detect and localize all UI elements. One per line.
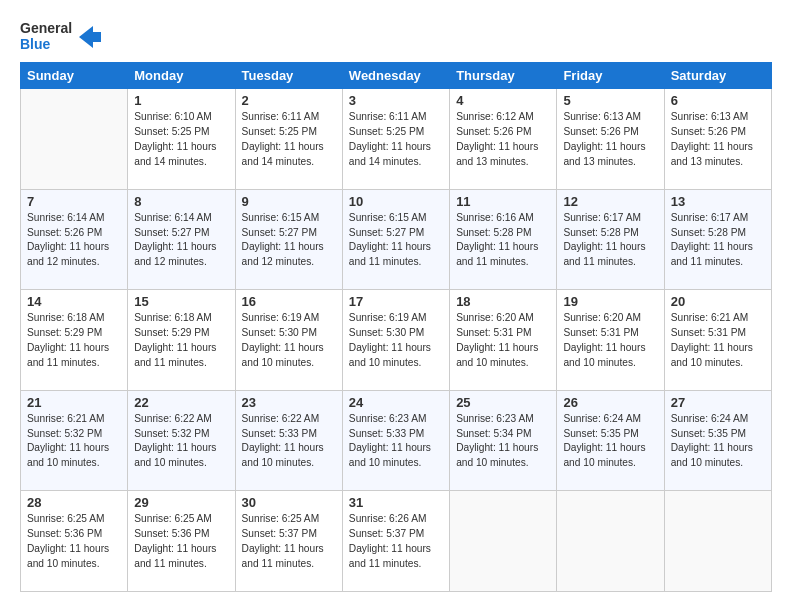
calendar-cell: 18Sunrise: 6:20 AMSunset: 5:31 PMDayligh… xyxy=(450,290,557,391)
day-number: 12 xyxy=(563,194,657,209)
calendar-cell: 9Sunrise: 6:15 AMSunset: 5:27 PMDaylight… xyxy=(235,189,342,290)
day-number: 30 xyxy=(242,495,336,510)
calendar-cell: 24Sunrise: 6:23 AMSunset: 5:33 PMDayligh… xyxy=(342,390,449,491)
day-info: Sunrise: 6:13 AMSunset: 5:26 PMDaylight:… xyxy=(671,110,765,169)
day-number: 16 xyxy=(242,294,336,309)
weekday-header-wednesday: Wednesday xyxy=(342,63,449,89)
day-number: 11 xyxy=(456,194,550,209)
calendar-cell: 28Sunrise: 6:25 AMSunset: 5:36 PMDayligh… xyxy=(21,491,128,592)
day-info: Sunrise: 6:14 AMSunset: 5:27 PMDaylight:… xyxy=(134,211,228,270)
day-info: Sunrise: 6:23 AMSunset: 5:33 PMDaylight:… xyxy=(349,412,443,471)
calendar-cell: 1Sunrise: 6:10 AMSunset: 5:25 PMDaylight… xyxy=(128,89,235,190)
day-number: 26 xyxy=(563,395,657,410)
weekday-header-sunday: Sunday xyxy=(21,63,128,89)
day-info: Sunrise: 6:24 AMSunset: 5:35 PMDaylight:… xyxy=(563,412,657,471)
day-number: 18 xyxy=(456,294,550,309)
day-number: 25 xyxy=(456,395,550,410)
day-info: Sunrise: 6:17 AMSunset: 5:28 PMDaylight:… xyxy=(563,211,657,270)
day-number: 21 xyxy=(27,395,121,410)
day-info: Sunrise: 6:17 AMSunset: 5:28 PMDaylight:… xyxy=(671,211,765,270)
calendar-cell: 6Sunrise: 6:13 AMSunset: 5:26 PMDaylight… xyxy=(664,89,771,190)
day-info: Sunrise: 6:21 AMSunset: 5:32 PMDaylight:… xyxy=(27,412,121,471)
day-info: Sunrise: 6:25 AMSunset: 5:36 PMDaylight:… xyxy=(134,512,228,571)
calendar-cell: 8Sunrise: 6:14 AMSunset: 5:27 PMDaylight… xyxy=(128,189,235,290)
day-info: Sunrise: 6:11 AMSunset: 5:25 PMDaylight:… xyxy=(349,110,443,169)
day-info: Sunrise: 6:26 AMSunset: 5:37 PMDaylight:… xyxy=(349,512,443,571)
calendar-cell xyxy=(664,491,771,592)
logo-blue: Blue xyxy=(20,36,72,52)
day-info: Sunrise: 6:24 AMSunset: 5:35 PMDaylight:… xyxy=(671,412,765,471)
day-number: 2 xyxy=(242,93,336,108)
calendar-cell xyxy=(21,89,128,190)
calendar-cell: 10Sunrise: 6:15 AMSunset: 5:27 PMDayligh… xyxy=(342,189,449,290)
calendar-cell: 15Sunrise: 6:18 AMSunset: 5:29 PMDayligh… xyxy=(128,290,235,391)
calendar-cell: 5Sunrise: 6:13 AMSunset: 5:26 PMDaylight… xyxy=(557,89,664,190)
day-info: Sunrise: 6:18 AMSunset: 5:29 PMDaylight:… xyxy=(134,311,228,370)
day-number: 20 xyxy=(671,294,765,309)
calendar-cell: 13Sunrise: 6:17 AMSunset: 5:28 PMDayligh… xyxy=(664,189,771,290)
day-number: 28 xyxy=(27,495,121,510)
day-info: Sunrise: 6:16 AMSunset: 5:28 PMDaylight:… xyxy=(456,211,550,270)
day-info: Sunrise: 6:18 AMSunset: 5:29 PMDaylight:… xyxy=(27,311,121,370)
day-info: Sunrise: 6:19 AMSunset: 5:30 PMDaylight:… xyxy=(349,311,443,370)
weekday-header-thursday: Thursday xyxy=(450,63,557,89)
weekday-header-monday: Monday xyxy=(128,63,235,89)
day-info: Sunrise: 6:11 AMSunset: 5:25 PMDaylight:… xyxy=(242,110,336,169)
day-number: 31 xyxy=(349,495,443,510)
weekday-header-friday: Friday xyxy=(557,63,664,89)
day-number: 22 xyxy=(134,395,228,410)
calendar-cell: 17Sunrise: 6:19 AMSunset: 5:30 PMDayligh… xyxy=(342,290,449,391)
calendar-cell: 31Sunrise: 6:26 AMSunset: 5:37 PMDayligh… xyxy=(342,491,449,592)
logo: General Blue xyxy=(20,20,101,52)
day-number: 17 xyxy=(349,294,443,309)
day-info: Sunrise: 6:20 AMSunset: 5:31 PMDaylight:… xyxy=(456,311,550,370)
calendar-cell xyxy=(557,491,664,592)
day-number: 24 xyxy=(349,395,443,410)
day-info: Sunrise: 6:22 AMSunset: 5:33 PMDaylight:… xyxy=(242,412,336,471)
day-info: Sunrise: 6:14 AMSunset: 5:26 PMDaylight:… xyxy=(27,211,121,270)
day-info: Sunrise: 6:22 AMSunset: 5:32 PMDaylight:… xyxy=(134,412,228,471)
day-info: Sunrise: 6:21 AMSunset: 5:31 PMDaylight:… xyxy=(671,311,765,370)
calendar-table: SundayMondayTuesdayWednesdayThursdayFrid… xyxy=(20,62,772,592)
calendar-cell: 19Sunrise: 6:20 AMSunset: 5:31 PMDayligh… xyxy=(557,290,664,391)
weekday-header-tuesday: Tuesday xyxy=(235,63,342,89)
day-number: 9 xyxy=(242,194,336,209)
calendar-cell: 7Sunrise: 6:14 AMSunset: 5:26 PMDaylight… xyxy=(21,189,128,290)
day-number: 1 xyxy=(134,93,228,108)
day-number: 14 xyxy=(27,294,121,309)
day-number: 23 xyxy=(242,395,336,410)
calendar-cell: 26Sunrise: 6:24 AMSunset: 5:35 PMDayligh… xyxy=(557,390,664,491)
page: General Blue SundayMondayTuesdayWednesda… xyxy=(0,0,792,612)
day-info: Sunrise: 6:10 AMSunset: 5:25 PMDaylight:… xyxy=(134,110,228,169)
day-number: 15 xyxy=(134,294,228,309)
calendar-cell: 12Sunrise: 6:17 AMSunset: 5:28 PMDayligh… xyxy=(557,189,664,290)
weekday-header-saturday: Saturday xyxy=(664,63,771,89)
day-info: Sunrise: 6:12 AMSunset: 5:26 PMDaylight:… xyxy=(456,110,550,169)
day-number: 6 xyxy=(671,93,765,108)
day-number: 7 xyxy=(27,194,121,209)
calendar-cell: 20Sunrise: 6:21 AMSunset: 5:31 PMDayligh… xyxy=(664,290,771,391)
day-number: 3 xyxy=(349,93,443,108)
day-number: 4 xyxy=(456,93,550,108)
day-info: Sunrise: 6:19 AMSunset: 5:30 PMDaylight:… xyxy=(242,311,336,370)
day-number: 10 xyxy=(349,194,443,209)
calendar-cell: 11Sunrise: 6:16 AMSunset: 5:28 PMDayligh… xyxy=(450,189,557,290)
day-number: 29 xyxy=(134,495,228,510)
calendar-cell: 4Sunrise: 6:12 AMSunset: 5:26 PMDaylight… xyxy=(450,89,557,190)
day-info: Sunrise: 6:23 AMSunset: 5:34 PMDaylight:… xyxy=(456,412,550,471)
day-info: Sunrise: 6:15 AMSunset: 5:27 PMDaylight:… xyxy=(242,211,336,270)
day-number: 5 xyxy=(563,93,657,108)
calendar-cell: 27Sunrise: 6:24 AMSunset: 5:35 PMDayligh… xyxy=(664,390,771,491)
day-number: 27 xyxy=(671,395,765,410)
logo-arrow-icon xyxy=(79,26,101,48)
calendar-cell: 21Sunrise: 6:21 AMSunset: 5:32 PMDayligh… xyxy=(21,390,128,491)
calendar-cell: 30Sunrise: 6:25 AMSunset: 5:37 PMDayligh… xyxy=(235,491,342,592)
calendar-cell: 22Sunrise: 6:22 AMSunset: 5:32 PMDayligh… xyxy=(128,390,235,491)
day-number: 13 xyxy=(671,194,765,209)
day-info: Sunrise: 6:13 AMSunset: 5:26 PMDaylight:… xyxy=(563,110,657,169)
calendar-cell: 29Sunrise: 6:25 AMSunset: 5:36 PMDayligh… xyxy=(128,491,235,592)
calendar-cell: 2Sunrise: 6:11 AMSunset: 5:25 PMDaylight… xyxy=(235,89,342,190)
day-number: 19 xyxy=(563,294,657,309)
calendar-cell: 16Sunrise: 6:19 AMSunset: 5:30 PMDayligh… xyxy=(235,290,342,391)
day-info: Sunrise: 6:15 AMSunset: 5:27 PMDaylight:… xyxy=(349,211,443,270)
